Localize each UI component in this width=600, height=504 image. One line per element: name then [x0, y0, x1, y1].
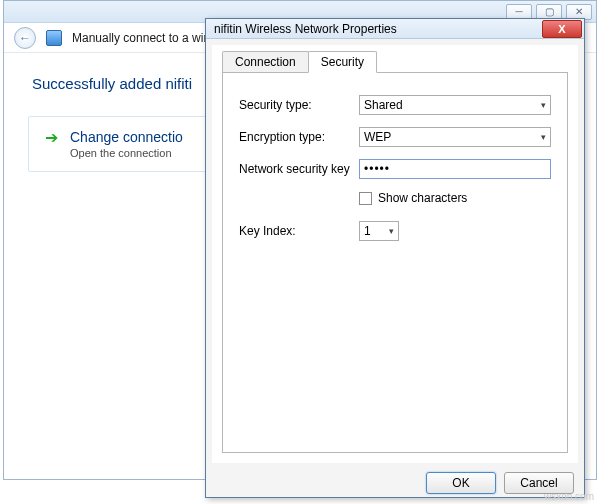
encryption-type-row: Encryption type: WEP ▾: [239, 127, 551, 147]
wizard-back-button[interactable]: ←: [14, 27, 36, 49]
tab-security[interactable]: Security: [308, 51, 377, 73]
chevron-down-icon: ▾: [537, 132, 546, 142]
ok-button[interactable]: OK: [426, 472, 496, 494]
encryption-type-value: WEP: [364, 130, 391, 144]
dialog-tabs: Connection Security: [222, 49, 568, 73]
security-type-dropdown[interactable]: Shared ▾: [359, 95, 551, 115]
wizard-option-title: Change connectio: [70, 129, 183, 145]
watermark-text: wsxdn.com: [544, 491, 594, 502]
tab-connection[interactable]: Connection: [222, 51, 309, 72]
chevron-down-icon: ▾: [385, 226, 394, 236]
key-index-value: 1: [364, 224, 371, 238]
key-index-row: Key Index: 1 ▾: [239, 221, 551, 241]
wizard-option-text: Change connectio Open the connection: [70, 129, 183, 159]
show-characters-row: Show characters: [359, 191, 551, 205]
key-index-label: Key Index:: [239, 224, 359, 238]
network-key-label: Network security key: [239, 162, 359, 176]
dialog-button-bar: OK Cancel: [206, 469, 584, 497]
security-type-label: Security type:: [239, 98, 359, 112]
dialog-close-button[interactable]: X: [542, 20, 582, 38]
network-key-row: Network security key •••••: [239, 159, 551, 179]
dialog-titlebar: nifitin Wireless Network Properties X: [206, 19, 584, 39]
dialog-title: nifitin Wireless Network Properties: [214, 22, 397, 36]
key-index-dropdown[interactable]: 1 ▾: [359, 221, 399, 241]
show-characters-label: Show characters: [378, 191, 467, 205]
security-type-row: Security type: Shared ▾: [239, 95, 551, 115]
dialog-content: Connection Security Security type: Share…: [212, 45, 578, 463]
security-panel: Security type: Shared ▾ Encryption type:…: [222, 73, 568, 453]
encryption-type-dropdown[interactable]: WEP ▾: [359, 127, 551, 147]
wizard-option-subtitle: Open the connection: [70, 147, 183, 159]
security-type-value: Shared: [364, 98, 403, 112]
network-key-input[interactable]: •••••: [359, 159, 551, 179]
chevron-down-icon: ▾: [537, 100, 546, 110]
show-characters-checkbox[interactable]: [359, 192, 372, 205]
properties-dialog: nifitin Wireless Network Properties X Co…: [205, 18, 585, 498]
arrow-right-icon: ➔: [45, 130, 58, 146]
network-icon: [46, 30, 62, 46]
encryption-type-label: Encryption type:: [239, 130, 359, 144]
wizard-header-text: Manually connect to a wirel: [72, 31, 217, 45]
